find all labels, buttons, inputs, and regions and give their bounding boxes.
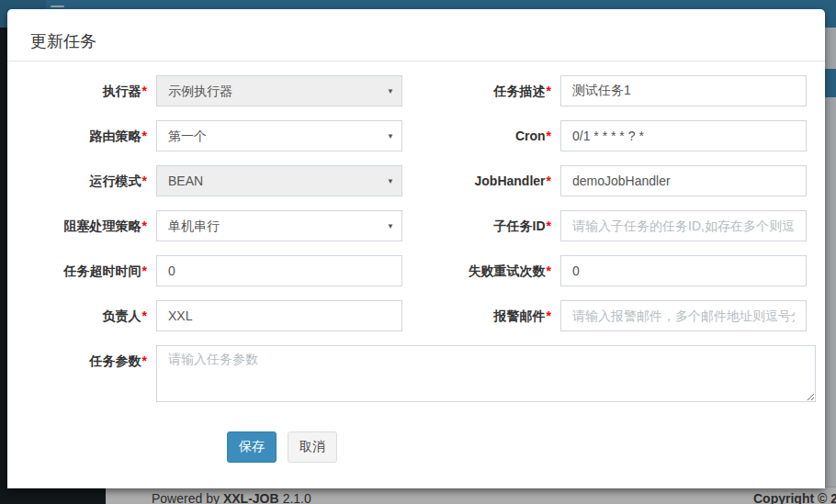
block-strategy-select-value: 单机串行 <box>168 218 220 233</box>
executor-label: 执行器* <box>23 75 147 106</box>
cron-input[interactable] <box>560 120 807 151</box>
form-row: 运行模式* BEAN ▼ JobHandler* <box>7 165 825 196</box>
modal-title: 更新任务 <box>30 32 802 50</box>
required-asterisk: * <box>142 218 147 233</box>
cron-label: Cron* <box>402 120 551 151</box>
required-asterisk: * <box>142 308 147 323</box>
form-row: 路由策略* 第一个 ▼ Cron* <box>7 120 825 151</box>
glue-type-label: 运行模式* <box>23 165 147 196</box>
author-input[interactable] <box>156 300 402 331</box>
timeout-input[interactable] <box>156 255 402 286</box>
save-button[interactable]: 保存 <box>227 431 277 463</box>
required-asterisk: * <box>142 84 147 98</box>
executor-select[interactable]: 示例执行器 ▼ <box>156 75 402 106</box>
route-strategy-label: 路由策略* <box>23 120 147 151</box>
job-desc-input[interactable] <box>560 75 807 106</box>
screen: Powered byXXL-JOB2.1.0 Copyright © 2 更新任… <box>0 0 836 504</box>
required-asterisk: * <box>142 174 147 188</box>
required-asterisk: * <box>547 174 551 188</box>
required-asterisk: * <box>547 84 551 98</box>
required-asterisk: * <box>547 263 551 278</box>
modal-body: 执行器* 示例执行器 ▼ 任务描述* 路由策略* 第一个 <box>7 62 825 463</box>
route-strategy-select[interactable]: 第一个 ▼ <box>156 120 402 151</box>
chevron-down-icon: ▼ <box>387 76 394 106</box>
modal-actions: 保存 取消 <box>7 431 825 463</box>
chevron-down-icon: ▼ <box>387 166 394 196</box>
alarm-email-input[interactable] <box>560 300 807 331</box>
form-row: 负责人* 报警邮件* <box>7 300 825 331</box>
required-asterisk: * <box>547 218 551 233</box>
form-row: 执行器* 示例执行器 ▼ 任务描述* <box>7 75 825 106</box>
executor-select-value: 示例执行器 <box>168 84 232 98</box>
route-strategy-select-value: 第一个 <box>168 129 207 143</box>
form-row: 任务参数* <box>7 345 825 405</box>
job-handler-label: JobHandler* <box>402 165 551 196</box>
block-strategy-select[interactable]: 单机串行 ▼ <box>156 210 402 241</box>
block-strategy-label: 阻塞处理策略* <box>23 210 147 241</box>
chevron-down-icon: ▼ <box>387 211 394 241</box>
fail-retry-input[interactable] <box>560 255 807 286</box>
fail-retry-label: 失败重试次数* <box>402 255 551 286</box>
required-asterisk: * <box>547 129 551 143</box>
glue-type-select-value: BEAN <box>168 174 203 188</box>
form-row: 任务超时时间* 失败重试次数* <box>7 255 825 286</box>
job-param-label: 任务参数* <box>23 345 147 376</box>
job-param-textarea[interactable] <box>156 345 816 402</box>
alarm-email-label: 报警邮件* <box>402 300 551 331</box>
required-asterisk: * <box>142 129 147 143</box>
child-jobid-label: 子任务ID* <box>402 210 551 241</box>
required-asterisk: * <box>547 308 551 323</box>
cancel-button[interactable]: 取消 <box>288 431 337 463</box>
timeout-label: 任务超时时间* <box>23 255 147 286</box>
modal-header: 更新任务 <box>7 9 825 62</box>
chevron-down-icon: ▼ <box>387 121 394 151</box>
required-asterisk: * <box>142 353 147 368</box>
glue-type-select[interactable]: BEAN ▼ <box>156 165 402 196</box>
child-jobid-input[interactable] <box>560 210 807 241</box>
form-row: 阻塞处理策略* 单机串行 ▼ 子任务ID* <box>7 210 825 241</box>
job-desc-label: 任务描述* <box>402 75 551 106</box>
job-handler-input[interactable] <box>560 165 807 196</box>
required-asterisk: * <box>142 263 147 278</box>
author-label: 负责人* <box>23 300 147 331</box>
update-job-modal: 更新任务 执行器* 示例执行器 ▼ 任务描述* 路由策略* <box>7 9 825 488</box>
